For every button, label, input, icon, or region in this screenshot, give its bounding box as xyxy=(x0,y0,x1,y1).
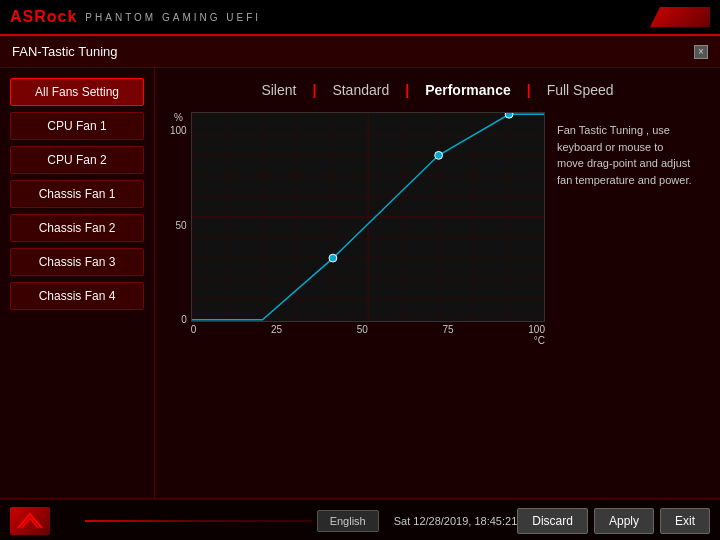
sidebar-item-cpu-fan1[interactable]: CPU Fan 1 xyxy=(10,112,144,140)
tab-standard[interactable]: Standard xyxy=(316,78,405,102)
footer-left xyxy=(0,507,80,535)
x-axis-unit: °C xyxy=(191,335,545,346)
y-value-0: 0 xyxy=(181,314,187,325)
footer-logo xyxy=(10,507,50,535)
sidebar: All Fans Setting CPU Fan 1 CPU Fan 2 Cha… xyxy=(0,68,155,498)
main-content: All Fans Setting CPU Fan 1 CPU Fan 2 Cha… xyxy=(0,68,720,498)
x-val-25: 25 xyxy=(271,324,282,335)
y-value-50: 50 xyxy=(176,220,187,231)
footer-actions: Discard Apply Exit xyxy=(517,508,720,534)
sidebar-item-chassis-fan2[interactable]: Chassis Fan 2 xyxy=(10,214,144,242)
drag-point-1[interactable] xyxy=(329,254,337,262)
language-button[interactable]: English xyxy=(317,510,379,532)
y-value-100: 100 xyxy=(170,125,187,136)
x-val-100: 100 xyxy=(528,324,545,335)
x-val-0: 0 xyxy=(191,324,197,335)
sidebar-item-chassis-fan3[interactable]: Chassis Fan 3 xyxy=(10,248,144,276)
page-title: FAN-Tastic Tuning xyxy=(12,44,118,59)
sidebar-item-all-fans[interactable]: All Fans Setting xyxy=(10,78,144,106)
preset-tabs: Silent | Standard | Performance | Full S… xyxy=(170,78,705,102)
discard-button[interactable]: Discard xyxy=(517,508,588,534)
title-bar: FAN-Tastic Tuning × xyxy=(0,36,720,68)
tab-full-speed[interactable]: Full Speed xyxy=(531,78,630,102)
x-axis-labels: 0 25 50 75 100 xyxy=(191,322,545,335)
info-panel: Fan Tastic Tuning , use keyboard or mous… xyxy=(545,112,705,198)
chart-area: Silent | Standard | Performance | Full S… xyxy=(155,68,720,498)
graph-container: % 100 50 0 xyxy=(170,112,705,488)
asrock-logo: ASRock xyxy=(10,8,77,26)
x-val-50: 50 xyxy=(357,324,368,335)
header-decoration xyxy=(650,7,710,27)
header-bar: ASRock PHANTOM GAMING UEFI xyxy=(0,0,720,36)
footer: English Sat 12/28/2019, 18:45:21 Discard… xyxy=(0,498,720,540)
drag-point-3[interactable] xyxy=(505,112,513,118)
y-axis-label-top: % xyxy=(174,112,183,123)
drag-point-2[interactable] xyxy=(434,151,442,159)
footer-line xyxy=(85,520,312,522)
sidebar-item-cpu-fan2[interactable]: CPU Fan 2 xyxy=(10,146,144,174)
apply-button[interactable]: Apply xyxy=(594,508,654,534)
info-text: Fan Tastic Tuning , use keyboard or mous… xyxy=(557,124,692,186)
sidebar-item-chassis-fan1[interactable]: Chassis Fan 1 xyxy=(10,180,144,208)
footer-center: English Sat 12/28/2019, 18:45:21 xyxy=(317,510,518,532)
exit-button[interactable]: Exit xyxy=(660,508,710,534)
tab-performance[interactable]: Performance xyxy=(409,78,527,102)
brand-subtitle: PHANTOM GAMING UEFI xyxy=(85,12,261,23)
graph-wrapper[interactable]: 0 25 50 75 100 °C xyxy=(191,112,545,346)
tab-silent[interactable]: Silent xyxy=(245,78,312,102)
x-val-75: 75 xyxy=(443,324,454,335)
datetime-display: Sat 12/28/2019, 18:45:21 xyxy=(394,515,518,527)
fan-curve-graph[interactable] xyxy=(191,112,545,322)
close-button[interactable]: × xyxy=(694,45,708,59)
sidebar-item-chassis-fan4[interactable]: Chassis Fan 4 xyxy=(10,282,144,310)
